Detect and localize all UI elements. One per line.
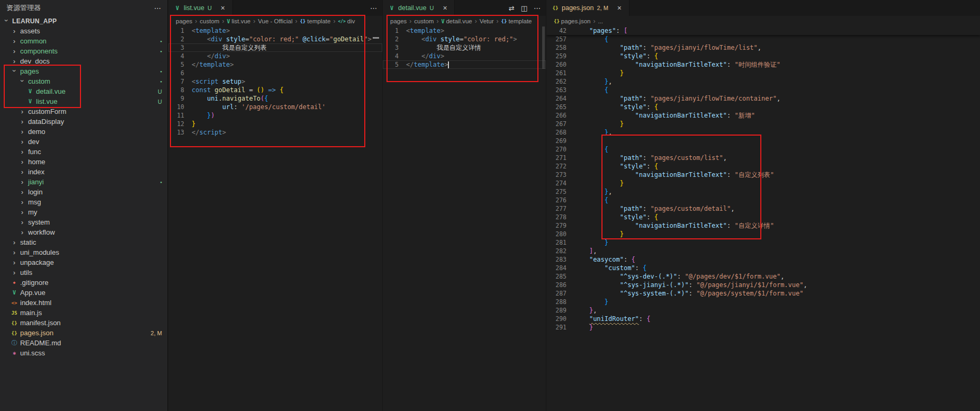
breadcrumb-item[interactable]: detail.vue <box>446 18 472 24</box>
more-actions-icon[interactable]: ⋯ <box>154 5 161 12</box>
tree-file-list-vue[interactable]: Vlist.vueU <box>0 96 167 106</box>
code-line-289[interactable]: 289 }, <box>546 306 980 315</box>
tree-folder-my[interactable]: ›my <box>0 207 167 217</box>
more-actions-icon[interactable]: ⋯ <box>534 5 541 12</box>
tree-file-app-vue[interactable]: VApp.vue <box>0 288 167 298</box>
code-line-270[interactable]: 270 { <box>546 145 980 154</box>
breadcrumb-item[interactable]: list.vue <box>231 18 250 24</box>
tab-list-vue[interactable]: V list.vue U × <box>168 0 233 16</box>
tree-folder-func[interactable]: ›func <box>0 147 167 157</box>
code-line-264[interactable]: 264 "path": "pages/jianyi/flowTime/conta… <box>546 94 980 103</box>
code-line-258[interactable]: 258 "path": "pages/jianyi/flowTime/list"… <box>546 43 980 52</box>
tree-folder-jianyi[interactable]: ›jianyi● <box>0 177 167 187</box>
breadcrumb-item[interactable]: custom <box>414 18 434 24</box>
code-editor-detail-vue[interactable]: 1<template>2 <div style="color: red;">3 … <box>383 26 546 411</box>
code-line-286[interactable]: 286 "^sys-jianyi-(.*)": "@/pages/jianyi/… <box>546 281 980 289</box>
breadcrumb-item[interactable]: Vetur <box>480 18 494 24</box>
code-line-262[interactable]: 262 }, <box>546 77 980 86</box>
code-line-10[interactable]: 10 url: '/pages/custom/detail' <box>168 103 382 111</box>
code-line-280[interactable]: 280 } <box>546 230 980 238</box>
tree-folder-home[interactable]: ›home <box>0 157 167 167</box>
code-line-279[interactable]: 279 "navigationBarTitleText": "自定义详情" <box>546 221 980 230</box>
code-line-269[interactable]: 269 <box>546 137 980 145</box>
code-line-3[interactable]: 3 我是自定义列表 <box>168 43 382 52</box>
tab-detail-vue[interactable]: V detail.vue U × <box>383 0 455 16</box>
tree-file-readme-md[interactable]: ⓘREADME.md <box>0 338 167 348</box>
code-line-290[interactable]: 290 "uniIdRouter": { <box>546 315 980 323</box>
code-line-5[interactable]: 5</template> <box>168 60 382 69</box>
code-line-1[interactable]: 1<template> <box>168 26 382 35</box>
tree-folder-login[interactable]: ›login <box>0 187 167 197</box>
vertical-scrollbar[interactable] <box>542 26 545 69</box>
tree-file-gitignore[interactable]: ◆.gitignore <box>0 278 167 288</box>
tree-folder-msg[interactable]: ›msg <box>0 197 167 207</box>
code-editor-pages-json[interactable]: 42 "pages": [ 257 {258 "path": "pages/ji… <box>546 26 980 411</box>
code-line-272[interactable]: 272 "style": { <box>546 162 980 171</box>
code-line-266[interactable]: 266 "navigationBarTitleText": "新增" <box>546 111 980 120</box>
tree-folder-pages[interactable]: ›pages● <box>0 66 167 76</box>
code-line-284[interactable]: 284 "custom": { <box>546 264 980 272</box>
code-line-1[interactable]: 1<template> <box>383 26 546 35</box>
code-line-291[interactable]: 291 } <box>546 323 980 332</box>
code-line-260[interactable]: 260 "navigationBarTitleText": "时间组件验证" <box>546 60 980 69</box>
tree-folder-assets[interactable]: ›assets <box>0 26 167 36</box>
tree-file-pages-json[interactable]: {}pages.json2, M <box>0 328 167 338</box>
tree-folder-unpackage[interactable]: ›unpackage <box>0 257 167 267</box>
code-line-287[interactable]: 287 "^sys-system-(.*)": "@/pages/system/… <box>546 289 980 298</box>
tree-file-uni-scss[interactable]: ✱uni.scss <box>0 348 167 358</box>
code-line-276[interactable]: 276 { <box>546 196 980 204</box>
breadcrumb-item[interactable]: custom <box>200 18 219 24</box>
breadcrumb-item[interactable]: Vue - Official <box>258 18 292 24</box>
code-editor-list-vue[interactable]: 1<template>2 <div style="color: red;" @c… <box>168 26 382 411</box>
breadcrumb-item[interactable]: pages.json <box>561 18 591 24</box>
code-line-3[interactable]: 3 我是自定义详情 <box>383 43 546 52</box>
code-line-261[interactable]: 261 } <box>546 69 980 77</box>
breadcrumb-item[interactable]: template <box>307 18 330 24</box>
code-line-288[interactable]: 288 } <box>546 298 980 306</box>
tree-folder-dev-docs[interactable]: ›dev_docs <box>0 56 167 66</box>
tree-folder-dev[interactable]: ›dev <box>0 137 167 147</box>
tree-file-detail-vue[interactable]: Vdetail.vueU <box>0 86 167 96</box>
tree-folder-static[interactable]: ›static <box>0 237 167 247</box>
code-line-263[interactable]: 263 { <box>546 86 980 94</box>
code-line-273[interactable]: 273 "navigationBarTitleText": "自定义列表" <box>546 171 980 179</box>
tree-folder-customform[interactable]: ›customForm <box>0 106 167 117</box>
split-editor-icon[interactable]: ◫ <box>521 5 527 12</box>
code-line-6[interactable]: 6 <box>168 69 382 77</box>
breadcrumb-item[interactable]: ... <box>598 18 603 24</box>
code-line-5[interactable]: 5</template> <box>383 60 546 69</box>
code-line-267[interactable]: 267 } <box>546 120 980 128</box>
code-line-4[interactable]: 4 </div> <box>383 52 546 60</box>
close-icon[interactable]: × <box>440 4 449 12</box>
code-line-268[interactable]: 268 }, <box>546 128 980 137</box>
breadcrumb-item[interactable]: pages <box>390 18 407 24</box>
tree-folder-index[interactable]: ›index <box>0 167 167 177</box>
tree-folder-custom[interactable]: ›custom● <box>0 76 167 86</box>
tree-folder-utils[interactable]: ›utils <box>0 267 167 278</box>
code-line-259[interactable]: 259 "style": { <box>546 52 980 60</box>
code-line-4[interactable]: 4 </div> <box>168 52 382 60</box>
code-line-277[interactable]: 277 "path": "pages/custom/detail", <box>546 204 980 213</box>
breadcrumb-item[interactable]: template <box>508 18 532 24</box>
code-line-285[interactable]: 285 "^sys-dev-(.*)": "@/pages/dev/$1/for… <box>546 272 980 281</box>
code-line-8[interactable]: 8const goDetail = () => { <box>168 86 382 94</box>
code-line-265[interactable]: 265 "style": { <box>546 103 980 111</box>
code-line-7[interactable]: 7<script setup> <box>168 77 382 86</box>
tree-folder-common[interactable]: ›common● <box>0 36 167 46</box>
code-line-12[interactable]: 12} <box>168 120 382 128</box>
tree-folder-system[interactable]: ›system <box>0 217 167 227</box>
code-line-275[interactable]: 275 }, <box>546 187 980 196</box>
tree-folder-components[interactable]: ›components● <box>0 46 167 56</box>
code-line-278[interactable]: 278 "style": { <box>546 213 980 221</box>
code-line-271[interactable]: 271 "path": "pages/custom/list", <box>546 154 980 162</box>
tree-file-manifest-json[interactable]: {}manifest.json <box>0 318 167 328</box>
sticky-scroll-line[interactable]: 42 "pages": [ <box>546 26 980 35</box>
code-line-13[interactable]: 13</script> <box>168 128 382 137</box>
open-changes-icon[interactable]: ⇄ <box>509 5 515 12</box>
tree-folder-demo[interactable]: ›demo <box>0 127 167 137</box>
breadcrumb-item[interactable]: div <box>347 18 355 24</box>
code-line-9[interactable]: 9 uni.navigateTo({ <box>168 94 382 103</box>
code-line-281[interactable]: 281 } <box>546 238 980 247</box>
tree-file-main-js[interactable]: JSmain.js <box>0 308 167 318</box>
tab-pages-json[interactable]: {} pages.json 2, M × <box>546 0 630 16</box>
